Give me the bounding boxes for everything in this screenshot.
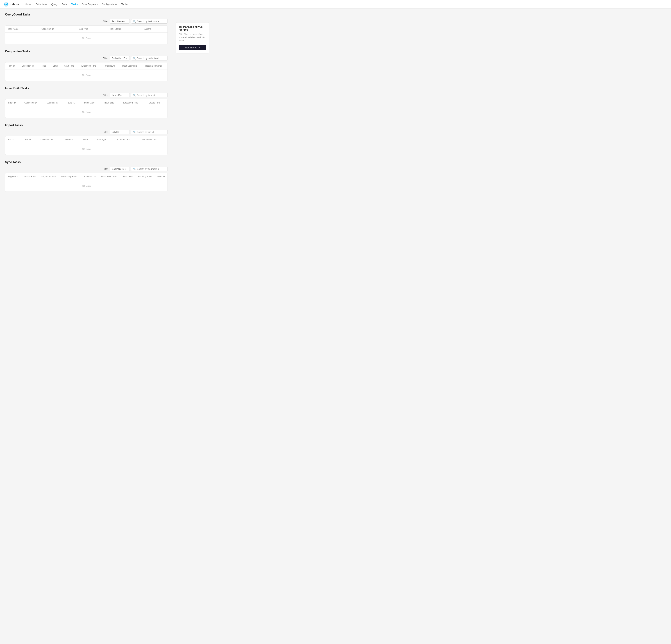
col-task-type: Task Type: [76, 26, 107, 33]
col-start-time: Start Time: [62, 62, 79, 70]
sync-table: Segment ID Batch Rows Segment Level Time…: [5, 173, 167, 191]
sync-filter-select[interactable]: Segment ID ▾: [110, 167, 130, 171]
sync-table-container: Segment ID Batch Rows Segment Level Time…: [5, 173, 168, 192]
tools-chevron-icon: ▾: [127, 3, 128, 5]
col-task-status: Task Status: [107, 26, 142, 33]
nav-tools[interactable]: Tools ▾: [119, 2, 130, 6]
import-title: Import Tasks: [5, 124, 168, 127]
col-created-time: Created Time: [115, 136, 140, 143]
querycoord-table-container: Task Name Collection ID Task Type Task S…: [5, 25, 168, 44]
compaction-table: Plan ID Collection ID Type State Start T…: [5, 62, 167, 81]
import-filter-select[interactable]: Job ID ▾: [110, 130, 130, 134]
import-filter-label: Filter:: [103, 131, 109, 133]
querycoord-no-data-row: No Data: [5, 33, 167, 44]
page-layout: QueryCoord Tasks Filter: Task Name ▾ 🔍 T…: [0, 9, 671, 202]
nav-tasks[interactable]: Tasks: [69, 2, 79, 6]
compaction-section: Compaction Tasks Filter: Collection ID ▾…: [5, 50, 168, 81]
querycoord-filter-select[interactable]: Task Name ▾: [110, 19, 130, 24]
col-collection-id-i: Collection ID: [22, 99, 44, 107]
col-segment-id-s: Segment ID: [5, 173, 22, 180]
col-actions: Actions: [142, 26, 167, 33]
querycoord-filter-row: Filter: Task Name ▾ 🔍: [5, 19, 168, 24]
col-job-id: Job ID: [5, 136, 21, 143]
indexbuild-no-data: No Data: [5, 107, 167, 118]
nav-slow-requests[interactable]: Slow Requests: [80, 2, 100, 6]
compaction-no-data-row: No Data: [5, 70, 167, 81]
col-segment-id: Segment ID: [44, 99, 65, 107]
sync-search-input[interactable]: [137, 168, 166, 170]
col-index-state: Index State: [81, 99, 101, 107]
indexbuild-search-input[interactable]: [137, 94, 166, 97]
promo-button-label: Get Started: [185, 46, 197, 49]
nav-collections[interactable]: Collections: [34, 2, 49, 6]
promo-card: Try Managed Milvus for Free Zilliz Cloud…: [176, 22, 210, 53]
col-task-name: Task Name: [5, 26, 39, 33]
promo-title: Try Managed Milvus for Free: [179, 25, 206, 31]
nav-query[interactable]: Query: [50, 2, 59, 6]
import-search-input[interactable]: [137, 131, 166, 133]
col-execution-time-i: Execution Time: [121, 99, 146, 107]
compaction-filter-select[interactable]: Collection ID ▾: [110, 56, 130, 61]
logo-text: milvus: [10, 3, 19, 6]
sync-table-head: Segment ID Batch Rows Segment Level Time…: [5, 173, 167, 180]
col-input-segments: Input Segments: [119, 62, 143, 70]
nav-configurations[interactable]: Configurations: [100, 2, 119, 6]
import-search-box: 🔍: [131, 130, 168, 134]
col-delta-row-count: Delta Row Count: [99, 173, 121, 180]
import-table-head: Job ID Task ID Collection ID Node ID Sta…: [5, 136, 167, 143]
compaction-search-box: 🔍: [131, 56, 168, 61]
col-running-time: Running Time: [136, 173, 154, 180]
indexbuild-filter-select[interactable]: Index ID ▾: [110, 93, 130, 97]
compaction-no-data: No Data: [5, 70, 167, 81]
sync-title: Sync Tasks: [5, 161, 168, 164]
col-collection-id-im: Collection ID: [38, 136, 62, 143]
querycoord-table: Task Name Collection ID Task Type Task S…: [5, 26, 167, 44]
indexbuild-table: Index ID Collection ID Segment ID Build …: [5, 99, 167, 118]
navbar: milvus Home Collections Query Data Tasks…: [0, 0, 671, 9]
col-execution-time: Execution Time: [79, 62, 102, 70]
querycoord-table-body: No Data: [5, 33, 167, 44]
col-index-id: Index ID: [5, 99, 22, 107]
sync-section: Sync Tasks Filter: Segment ID ▾ 🔍 Segmen…: [5, 161, 168, 192]
compaction-search-icon: 🔍: [133, 57, 136, 60]
indexbuild-section: Index Build Tasks Filter: Index ID ▾ 🔍 I…: [5, 87, 168, 118]
querycoord-filter-chevron-icon: ▾: [124, 20, 125, 22]
nav-data[interactable]: Data: [60, 2, 68, 6]
col-node-id: Node ID: [62, 136, 80, 143]
import-table: Job ID Task ID Collection ID Node ID Sta…: [5, 136, 167, 154]
nav-home[interactable]: Home: [23, 2, 33, 6]
col-result-segments: Result Segments: [143, 62, 167, 70]
col-total-rows: Total Rows: [102, 62, 119, 70]
import-section: Import Tasks Filter: Job ID ▾ 🔍 Job ID: [5, 124, 168, 155]
promo-desc: Zilliz Cloud is hassle-free, powered by …: [179, 33, 206, 42]
external-link-icon: ↗: [198, 47, 200, 49]
import-filter-chevron-icon: ▾: [119, 131, 121, 133]
querycoord-no-data: No Data: [5, 33, 167, 44]
promo-get-started-button[interactable]: Get Started ↗: [179, 45, 206, 50]
compaction-table-container: Plan ID Collection ID Type State Start T…: [5, 62, 168, 81]
nav-links: Home Collections Query Data Tasks Slow R…: [23, 2, 130, 6]
indexbuild-filter-label: Filter:: [103, 94, 109, 97]
import-filter-row: Filter: Job ID ▾ 🔍: [5, 130, 168, 134]
col-node-id-s: Node ID: [154, 173, 167, 180]
indexbuild-table-body: No Data: [5, 107, 167, 118]
svg-point-2: [5, 4, 7, 5]
col-plan-id: Plan ID: [5, 62, 19, 70]
col-batch-rows: Batch Rows: [22, 173, 39, 180]
compaction-filter-chevron-icon: ▾: [126, 57, 127, 59]
col-state-im: State: [80, 136, 94, 143]
import-no-data: No Data: [5, 143, 167, 155]
querycoord-filter-label: Filter:: [103, 20, 109, 23]
col-timestamp-from: Timestamp From: [59, 173, 80, 180]
indexbuild-search-box: 🔍: [131, 93, 168, 97]
col-timestamp-to: Timestamp To: [80, 173, 99, 180]
indexbuild-filter-chevron-icon: ▾: [121, 94, 122, 96]
indexbuild-title: Index Build Tasks: [5, 87, 168, 90]
sidebar: Try Managed Milvus for Free Zilliz Cloud…: [173, 9, 212, 202]
compaction-search-input[interactable]: [137, 57, 166, 60]
col-segment-level: Segment Level: [39, 173, 59, 180]
sync-search-box: 🔍: [131, 167, 168, 171]
querycoord-search-input[interactable]: [137, 20, 166, 23]
logo[interactable]: milvus: [4, 2, 19, 7]
compaction-table-body: No Data: [5, 70, 167, 81]
